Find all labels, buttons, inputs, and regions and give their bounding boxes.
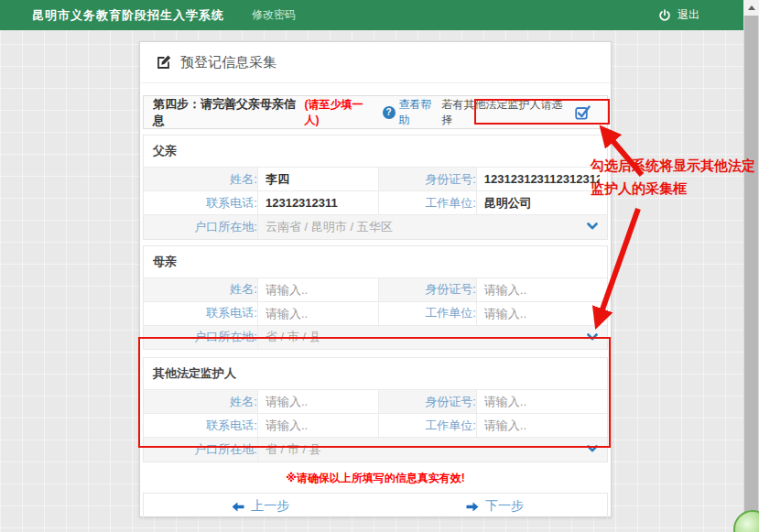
mother-phone-label: 联系电话:	[144, 301, 257, 325]
father-phone-label: 联系电话:	[144, 191, 257, 215]
mother-id-label: 身份证号:	[378, 277, 476, 301]
help-icon	[383, 106, 396, 119]
guardian-name-input[interactable]	[258, 390, 378, 413]
father-id-input[interactable]	[477, 168, 607, 190]
mother-work-input[interactable]	[477, 302, 607, 325]
main-card: 预登记信息采集 第四步：请完善父亲母亲信息(请至少填一人) 查看帮助 若有其他法…	[139, 41, 612, 517]
page-title-bar: 预登记信息采集	[140, 42, 611, 83]
edit-icon	[156, 54, 172, 71]
mother-id-input[interactable]	[477, 278, 607, 301]
father-id-label: 身份证号:	[378, 168, 476, 191]
chevron-down-icon[interactable]	[587, 223, 598, 231]
father-name-input[interactable]	[258, 168, 378, 190]
app-title: 昆明市义务教育阶段招生入学系统	[32, 7, 224, 24]
top-navbar: 昆明市义务教育阶段招生入学系统 修改密码 退出	[0, 0, 743, 30]
prev-step-button[interactable]: 上一步	[232, 498, 289, 515]
chevron-down-icon[interactable]	[587, 445, 598, 453]
father-residence-value: 云南省 / 昆明市 / 五华区	[266, 219, 393, 235]
back-to-top-button[interactable]	[733, 510, 759, 532]
arrow-left-icon	[232, 502, 244, 512]
mother-residence-value: 省 / 市 / 县	[266, 329, 321, 345]
scrollbar[interactable]	[743, 0, 759, 532]
guardian-checkbox-label: 若有其他法定监护人请选择	[441, 97, 570, 128]
chevron-down-icon[interactable]	[587, 333, 598, 342]
power-icon	[658, 9, 671, 22]
annotation-line2: 监护人的采集框	[591, 177, 759, 200]
annotation-text: 勾选后系统将显示其他法定 监护人的采集框	[591, 154, 759, 200]
change-password-link[interactable]: 修改密码	[252, 7, 296, 23]
guardian-work-input[interactable]	[477, 414, 607, 437]
section-father: 父亲 姓名: 身份证号: 联系电话: 工作单位: 户口所在地:	[143, 135, 608, 240]
help-label: 查看帮助	[399, 97, 442, 128]
guardian-residence-value: 省 / 市 / 县	[266, 441, 321, 458]
next-step-label: 下一步	[485, 498, 524, 515]
section-other-guardian: 其他法定监护人 姓名: 身份证号: 联系电话: 工作单位: 户口所在地:	[143, 357, 608, 462]
section-father-title: 父亲	[144, 136, 607, 167]
guardian-name-label: 姓名:	[144, 390, 257, 414]
guardian-id-input[interactable]	[477, 390, 607, 413]
section-mother: 母亲 姓名: 身份证号: 联系电话: 工作单位: 户口所在地:	[143, 245, 608, 351]
checked-checkbox-icon	[575, 105, 591, 120]
guardian-residence-label: 户口所在地:	[144, 438, 257, 461]
section-other-guardian-title: 其他法定监护人	[144, 358, 607, 389]
father-residence-select[interactable]: 云南省 / 昆明市 / 五华区	[258, 219, 607, 235]
annotation-line1: 勾选后系统将显示其他法定	[591, 154, 759, 177]
guardian-phone-label: 联系电话:	[144, 414, 257, 438]
page-title: 预登记信息采集	[180, 54, 276, 71]
mother-residence-select[interactable]: 省 / 市 / 县	[258, 329, 607, 345]
guardian-work-label: 工作单位:	[378, 414, 476, 438]
step-panel: 第四步：请完善父亲母亲信息(请至少填一人) 查看帮助 若有其他法定监护人请选择 …	[143, 95, 608, 521]
view-help-link[interactable]: 查看帮助	[383, 97, 442, 128]
father-residence-label: 户口所在地:	[144, 215, 257, 239]
mother-name-label: 姓名:	[144, 277, 257, 301]
scroll-up-icon[interactable]	[743, 0, 759, 16]
father-work-input[interactable]	[477, 191, 607, 214]
father-work-label: 工作单位:	[378, 191, 476, 215]
prev-step-label: 上一步	[251, 498, 289, 515]
next-step-button[interactable]: 下一步	[466, 498, 524, 515]
father-phone-input[interactable]	[258, 191, 378, 214]
mother-work-label: 工作单位:	[378, 301, 476, 325]
step-note: (请至少填一人)	[304, 97, 375, 128]
validity-warning: ※请确保以上所填写的信息真实有效!	[143, 471, 608, 486]
section-mother-title: 母亲	[144, 246, 607, 277]
father-name-label: 姓名:	[144, 168, 257, 191]
guardian-residence-select[interactable]: 省 / 市 / 县	[258, 441, 607, 458]
step-header: 第四步：请完善父亲母亲信息(请至少填一人) 查看帮助 若有其他法定监护人请选择	[143, 95, 608, 129]
logout-button[interactable]: 退出	[658, 7, 699, 23]
guardian-id-label: 身份证号:	[378, 390, 476, 414]
mother-name-input[interactable]	[258, 278, 378, 301]
mother-phone-input[interactable]	[258, 302, 378, 325]
guardian-phone-input[interactable]	[258, 414, 378, 437]
other-guardian-checkbox[interactable]: 若有其他法定监护人请选择	[441, 97, 600, 128]
arrow-right-icon	[466, 502, 479, 512]
step-navigation: 上一步 下一步	[143, 493, 608, 521]
scrollbar-thumb[interactable]	[744, 16, 758, 516]
mother-residence-label: 户口所在地:	[144, 325, 257, 349]
step-title: 第四步：请完善父亲母亲信息	[153, 96, 304, 129]
logout-label: 退出	[678, 7, 699, 23]
